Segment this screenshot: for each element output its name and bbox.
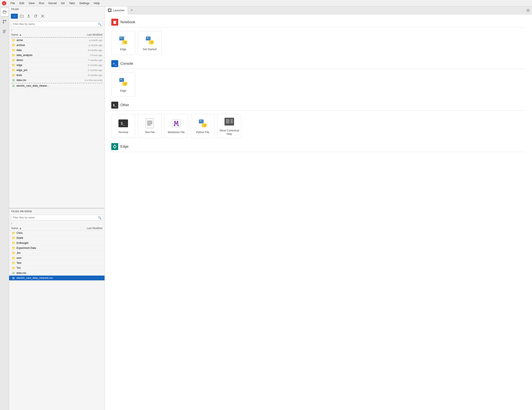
- file-modified: 8 months ago: [74, 49, 102, 51]
- other-grid: $_ Terminal: [111, 114, 525, 138]
- edge-file-row[interactable]: 📁 Experiment Data: [9, 246, 104, 251]
- tab-launcher-label: Launcher: [113, 9, 124, 12]
- file-name: archive: [17, 44, 74, 47]
- menu-help[interactable]: Help: [92, 1, 102, 5]
- edge-file-row[interactable]: 📁 Enthought: [9, 241, 104, 246]
- launcher-content: Notebook: [105, 14, 532, 410]
- folder-icon: 📁: [11, 246, 16, 250]
- menubar: e File Edit View Run Kernel Git Tabs Set…: [0, 0, 532, 7]
- svg-point-20: [147, 37, 148, 38]
- file-row[interactable]: 📁 edge 6 months ago: [9, 63, 104, 68]
- file-name: sem: [17, 256, 74, 260]
- upload-button[interactable]: [26, 13, 32, 19]
- activity-git[interactable]: [1, 18, 9, 26]
- activity-bar: [0, 7, 9, 410]
- menu-edit[interactable]: Edit: [18, 1, 26, 5]
- svg-point-37: [200, 120, 201, 121]
- menu-tabs[interactable]: Tabs: [67, 1, 76, 5]
- section-header-notebook: Notebook: [111, 19, 525, 28]
- launcher-card-python-file[interactable]: Python File: [191, 114, 215, 138]
- file-row[interactable]: 📁 edge_pm 2 months ago: [9, 68, 104, 73]
- contextual-help-icon: [224, 116, 235, 127]
- file-row[interactable]: ⊞ data.csv in a few seconds: [9, 78, 104, 83]
- csv-icon: ⊞: [11, 78, 16, 82]
- edge-col-name[interactable]: Name ▲: [11, 227, 74, 230]
- svg-text:+: +: [21, 15, 22, 17]
- new-button[interactable]: +: [11, 14, 18, 19]
- file-row[interactable]: 📁 demo 7 months ago: [9, 58, 104, 63]
- launcher-section-edge: Edge: [111, 143, 525, 152]
- menu-view[interactable]: View: [27, 1, 36, 5]
- launcher-card-edge-notebook[interactable]: Edge: [111, 31, 135, 55]
- launcher-card-markdown[interactable]: M Markdown File: [164, 114, 188, 138]
- file-name: data.csv: [17, 271, 74, 274]
- menu-kernel[interactable]: Kernel: [47, 1, 58, 5]
- files-search-input[interactable]: [11, 21, 103, 27]
- edge-panel-header: FILES ON EDGE: [9, 209, 104, 214]
- edge-file-row[interactable]: 📁 sem: [9, 256, 104, 261]
- file-name: Chris: [17, 232, 74, 234]
- card-label-get-started: Get Started!: [143, 48, 157, 51]
- launcher-card-text-file[interactable]: Text File: [138, 114, 162, 138]
- folder-icon: 📁: [11, 68, 16, 72]
- file-name: electric_cars_data_cleane...: [17, 84, 74, 87]
- launcher-card-get-started[interactable]: Get Started!: [138, 31, 162, 55]
- section-header-other: $_ Other: [111, 102, 525, 111]
- tab-settings-button[interactable]: [524, 7, 532, 14]
- console-section-icon: >_: [111, 60, 118, 67]
- activity-files[interactable]: [1, 8, 9, 16]
- other-section-title: Other: [120, 103, 129, 107]
- launcher-card-edge-console[interactable]: Edge: [111, 73, 135, 96]
- menu-settings[interactable]: Settings: [77, 1, 91, 5]
- folder-icon: 📁: [11, 48, 16, 52]
- card-label-contextual-help: Show Contextual Help: [218, 129, 241, 136]
- edge-table-header: Name ▲ Last Modified: [9, 226, 104, 231]
- file-modified: 2 months ago: [74, 69, 102, 71]
- launcher-card-terminal[interactable]: $_ Terminal: [111, 114, 135, 138]
- tab-add-button[interactable]: +: [128, 7, 136, 14]
- file-name: Experiment Data: [17, 246, 74, 250]
- folder-icon: 📁: [11, 256, 16, 260]
- col-name-header[interactable]: Name ▲: [11, 33, 74, 36]
- file-row-drag[interactable]: ⊞ electric_cars_data_cleane...: [9, 84, 104, 88]
- file-row[interactable]: 📁 acme a month ago: [9, 38, 104, 43]
- edge-file-row[interactable]: 📁 Jim: [9, 251, 104, 256]
- menu-git[interactable]: Git: [59, 1, 66, 5]
- file-row[interactable]: 📁 archive a minute ago: [9, 43, 104, 48]
- edge-file-row[interactable]: 📁 Didrik: [9, 236, 104, 241]
- card-label-edge-notebook: Edge: [120, 48, 126, 51]
- svg-rect-2: [3, 10, 5, 11]
- folder-icon: 📁: [11, 236, 16, 240]
- file-row[interactable]: 📁 data_analysis 2 hours ago: [9, 53, 104, 58]
- menu-run[interactable]: Run: [37, 1, 46, 5]
- edge-col-modified: Last Modified: [74, 227, 102, 230]
- edge-file-row[interactable]: ⊞ data.csv: [9, 270, 104, 276]
- tab-launcher[interactable]: 🔲 Launcher: [105, 7, 128, 14]
- new-folder-button[interactable]: +: [19, 13, 25, 19]
- file-modified: 6 months ago: [74, 64, 102, 66]
- edge-file-row[interactable]: 📁 Tim: [9, 266, 104, 270]
- file-row[interactable]: 📁 tests 8 months ago: [9, 73, 104, 78]
- edge-breadcrumb: /: [9, 221, 104, 226]
- edge-file-row-selected[interactable]: ⊞ electric_cars_data_cleaned.csv: [9, 276, 104, 280]
- markdown-icon: M: [171, 118, 182, 129]
- notebook-section-title: Notebook: [120, 20, 135, 24]
- edge-search-input[interactable]: [11, 215, 103, 220]
- file-name: Tim: [17, 266, 74, 270]
- menu-file[interactable]: File: [9, 1, 17, 5]
- file-row[interactable]: 📁 data 8 months ago: [9, 48, 104, 53]
- edge-file-row[interactable]: 📁 Test: [9, 261, 104, 266]
- card-label-edge-console: Edge: [120, 89, 126, 93]
- git-button[interactable]: [39, 13, 46, 19]
- python-notebook-icon: [118, 35, 129, 46]
- file-name: acme: [17, 39, 74, 42]
- refresh-button[interactable]: [33, 13, 39, 19]
- file-name: tests: [17, 74, 74, 77]
- edge-file-row[interactable]: 📁 Chris: [9, 231, 104, 236]
- tab-spacer: [136, 7, 524, 14]
- activity-toc[interactable]: [1, 27, 9, 35]
- folder-icon: 📁: [11, 73, 16, 77]
- launcher-section-other: $_ Other $_ Terminal: [111, 102, 525, 138]
- launcher-card-contextual-help[interactable]: Show Contextual Help: [217, 114, 241, 138]
- file-name: edge: [17, 64, 74, 67]
